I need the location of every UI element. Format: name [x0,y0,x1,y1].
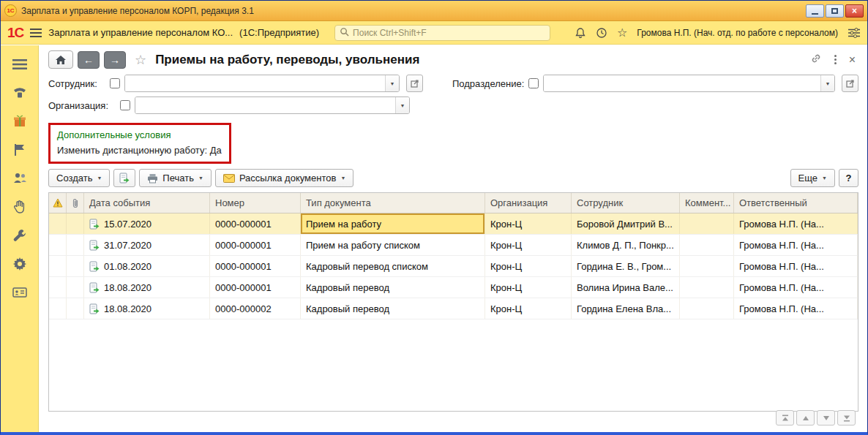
col-header-warning[interactable] [49,193,67,213]
organization-dropdown-icon[interactable]: ▼ [395,97,409,113]
gift-icon[interactable] [11,113,29,130]
cell-doc-type[interactable]: Прием на работу списком [301,235,485,255]
cell-employee[interactable]: Боровой Дмитрий В... [572,213,680,234]
table-row[interactable]: 15.07.2020 0000-000001 Прием на работу К… [49,213,858,235]
employee-filter-input[interactable] [125,75,385,91]
go-first-button[interactable] [776,410,794,425]
department-filter-checkbox[interactable] [528,78,539,88]
cell-responsible[interactable]: Громова Н.П. (На... [734,213,858,234]
cell-date[interactable]: 18.08.2020 [84,298,210,319]
cell-comment[interactable] [680,235,734,255]
cell-date[interactable]: 31.07.2020 [84,235,210,255]
additional-conditions-link[interactable]: Дополнительные условия [57,129,222,140]
cell-date[interactable]: 01.08.2020 [84,256,210,276]
cell-organization[interactable]: Крон-Ц [485,256,572,276]
help-button[interactable]: ? [839,169,858,187]
cell-comment[interactable] [680,256,734,276]
cell-date[interactable]: 18.08.2020 [84,277,210,298]
sidebar-sections-menu-icon[interactable] [11,56,29,73]
close-page-button[interactable]: × [849,54,856,66]
cell-responsible[interactable]: Громова Н.П. (На... [734,298,858,319]
notifications-bell-icon[interactable] [575,27,586,39]
employee-dropdown-icon[interactable]: ▼ [385,75,399,91]
cell-doc-type[interactable]: Кадровый перевод списком [301,256,485,276]
cell-employee[interactable]: Гордина Елена Вла... [572,298,680,319]
col-header-date[interactable]: Дата события [84,193,210,213]
settings-menu-icon[interactable] [848,28,861,38]
col-header-number[interactable]: Номер [210,193,301,213]
cell-number[interactable]: 0000-000001 [210,256,301,276]
cell-organization[interactable]: Крон-Ц [485,213,572,234]
print-button[interactable]: Печать▼ [139,169,212,187]
table-row[interactable]: 18.08.2020 0000-000001 Кадровый перевод … [49,277,858,298]
create-button[interactable]: Создать▼ [48,169,110,187]
organization-filter-checkbox[interactable] [120,100,130,110]
col-header-comment[interactable]: Коммент... [680,193,734,213]
department-open-button[interactable] [842,75,858,92]
search-input[interactable] [353,28,545,38]
home-button[interactable] [48,50,73,69]
employee-open-button[interactable] [406,75,423,92]
back-button[interactable]: ← [78,51,100,69]
minimize-button[interactable] [806,4,824,18]
page-favorite-star-icon[interactable]: ☆ [135,52,146,68]
main-menu-button[interactable] [30,29,42,37]
flag-icon[interactable] [11,141,29,159]
people-icon[interactable] [11,170,29,187]
col-header-responsible[interactable]: Ответственный [734,193,858,213]
col-header-employee[interactable]: Сотрудник [572,193,680,213]
organization-filter-input[interactable] [135,97,395,113]
global-search[interactable] [334,25,550,41]
cell-comment[interactable] [680,277,734,298]
wrench-icon[interactable] [11,227,29,244]
cell-number[interactable]: 0000-000001 [210,277,301,298]
cell-employee[interactable]: Гордина Е. В., Гром... [572,256,680,276]
col-header-doc-type[interactable]: Тип документа [301,193,485,213]
gear-icon[interactable] [11,255,29,273]
cell-employee[interactable]: Климов Д. П., Понкр... [572,235,680,255]
table-row[interactable]: 01.08.2020 0000-000001 Кадровый перевод … [49,256,858,277]
table-row[interactable]: 31.07.2020 0000-000001 Прием на работу с… [49,235,858,256]
go-down-button[interactable] [817,410,835,425]
cell-date[interactable]: 15.07.2020 [84,213,210,234]
department-filter-input[interactable] [544,75,820,91]
cell-number[interactable]: 0000-000001 [210,235,301,255]
mailing-button[interactable]: Рассылка документов▼ [215,169,353,187]
cell-organization[interactable]: Крон-Ц [485,277,572,298]
arrow-up-icon [802,415,809,422]
col-header-organization[interactable]: Организация [485,193,572,213]
cell-doc-type[interactable]: Кадровый перевод [301,277,485,298]
hand-icon[interactable] [11,198,29,216]
cell-comment[interactable] [680,298,734,319]
cell-number[interactable]: 0000-000002 [210,298,301,319]
cell-doc-type[interactable]: Кадровый перевод [301,298,485,319]
close-window-button[interactable]: × [845,4,864,18]
cell-number[interactable]: 0000-000001 [210,213,301,234]
create-copy-button[interactable] [113,169,135,187]
department-dropdown-icon[interactable]: ▼ [820,75,834,91]
forward-button[interactable]: → [104,51,126,69]
more-button[interactable]: Еще▼ [790,169,835,187]
cell-organization[interactable]: Крон-Ц [485,235,572,255]
employee-filter-checkbox[interactable] [110,78,120,88]
cell-employee[interactable]: Волина Ирина Вале... [572,277,680,298]
1c-logo: 1С [7,25,23,41]
maximize-button[interactable] [826,4,844,18]
cell-responsible[interactable]: Громова Н.П. (На... [734,256,858,276]
favorites-star-icon[interactable]: ☆ [617,26,627,39]
cell-responsible[interactable]: Громова Н.П. (На... [734,277,858,298]
more-actions-icon[interactable] [833,53,838,66]
idcard-icon[interactable] [11,284,29,301]
cell-comment[interactable] [680,213,734,234]
col-header-attachment[interactable] [67,193,84,213]
cell-organization[interactable]: Крон-Ц [485,298,572,319]
current-user[interactable]: Громова Н.П. (Нач. отд. по работе с перс… [637,28,838,38]
table-row[interactable]: 18.08.2020 0000-000002 Кадровый перевод … [49,298,858,319]
history-icon[interactable] [596,27,607,39]
go-last-button[interactable] [837,410,856,425]
cell-doc-type[interactable]: Прием на работу [301,213,485,234]
cell-responsible[interactable]: Громова Н.П. (На... [734,235,858,255]
go-up-button[interactable] [796,410,815,425]
link-icon[interactable] [810,53,822,67]
phone-icon[interactable] [11,84,29,102]
